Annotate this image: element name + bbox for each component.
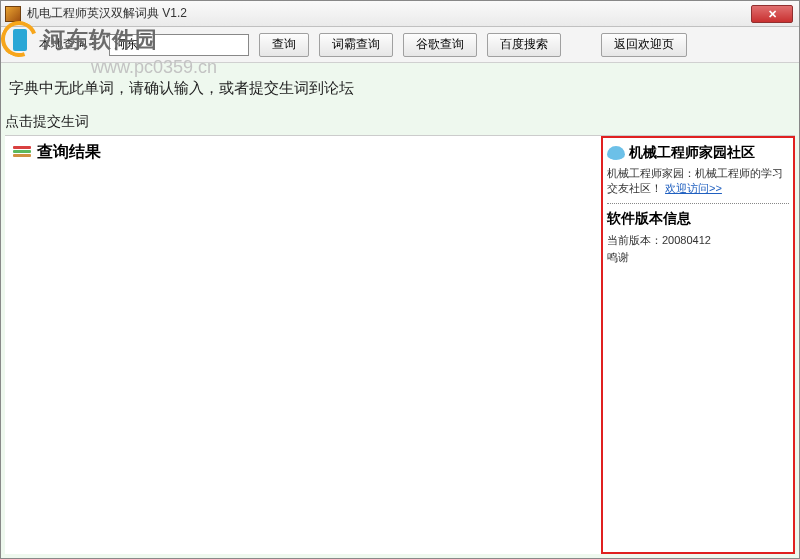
community-title: 机械工程师家园社区 [629, 144, 755, 162]
side-panel: 机械工程师家园社区 机械工程师家园：机械工程师的学习交友社区！ 欢迎访问>> 软… [601, 136, 795, 554]
content-area: 字典中无此单词，请确认输入，或者提交生词到论坛 点击提交生词 查询结果 机械工程… [1, 63, 799, 558]
search-input[interactable] [109, 34, 249, 56]
app-icon [5, 6, 21, 22]
google-button[interactable]: 谷歌查询 [403, 33, 477, 57]
not-found-message: 字典中无此单词，请确认输入，或者提交生词到论坛 [9, 79, 354, 98]
close-icon: ✕ [768, 8, 777, 21]
close-button[interactable]: ✕ [751, 5, 793, 23]
back-button[interactable]: 返回欢迎页 [601, 33, 687, 57]
community-desc: 机械工程师家园：机械工程师的学习交友社区！ 欢迎访问>> [607, 166, 789, 197]
book-icon [13, 146, 31, 160]
window-title: 机电工程师英汉双解词典 V1.2 [27, 5, 187, 22]
app-window: 机电工程师英汉双解词典 V1.2 ✕ 河东软件园 www.pc0359.cn 本… [0, 0, 800, 559]
bubble-icon [607, 146, 625, 160]
version-line: 当前版本：20080412 [607, 232, 789, 250]
titlebar: 机电工程师英汉双解词典 V1.2 ✕ [1, 1, 799, 27]
thanks-line: 鸣谢 [607, 249, 789, 267]
powerword-button[interactable]: 词霸查询 [319, 33, 393, 57]
submit-word-link[interactable]: 点击提交生词 [5, 113, 89, 131]
baidu-button[interactable]: 百度搜索 [487, 33, 561, 57]
result-section: 查询结果 机械工程师家园社区 机械工程师家园：机械工程师的学习交友社区！ 欢迎访… [5, 135, 795, 554]
result-title: 查询结果 [37, 142, 101, 163]
community-link[interactable]: 欢迎访问>> [665, 182, 722, 194]
query-button[interactable]: 查询 [259, 33, 309, 57]
search-label: 本地查词： [39, 36, 99, 53]
version-title: 软件版本信息 [607, 210, 789, 228]
toolbar: 本地查词： 查询 词霸查询 谷歌查询 百度搜索 返回欢迎页 [1, 27, 799, 63]
separator [607, 203, 789, 204]
